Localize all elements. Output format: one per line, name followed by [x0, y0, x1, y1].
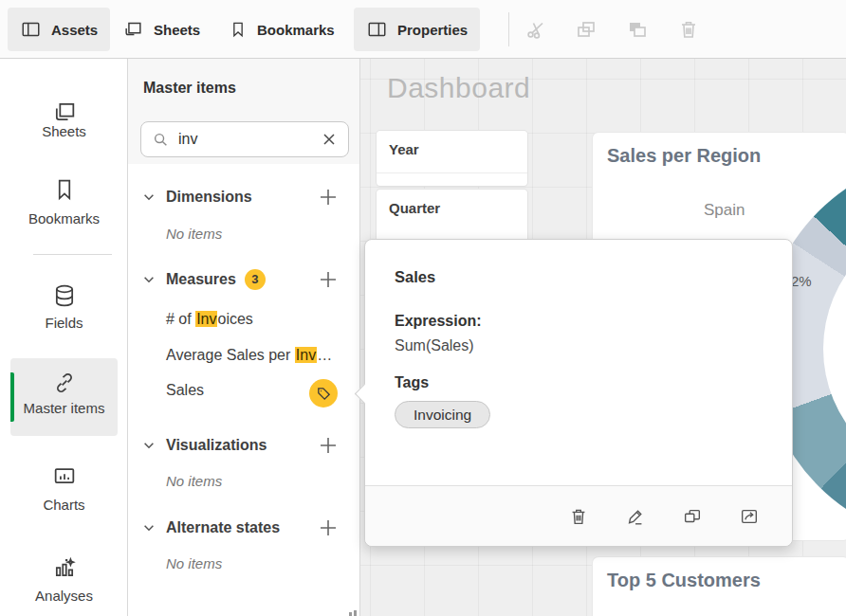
partially-visible-icon: [349, 610, 360, 616]
alternate-states-empty-text: No items: [166, 555, 222, 571]
section-alternate-states[interactable]: Alternate states: [142, 516, 339, 540]
measures-count-badge: 3: [245, 269, 266, 290]
section-label: Alternate states: [166, 519, 280, 536]
add-alternate-state-button[interactable]: [318, 517, 339, 538]
item-text: # of: [166, 311, 195, 327]
chevron-down-icon: [142, 190, 156, 204]
add-visualization-button[interactable]: [318, 435, 339, 456]
search-match-highlight: Inv: [295, 347, 317, 363]
sheet-icon: [51, 99, 78, 125]
search-input[interactable]: [178, 131, 312, 148]
item-text: oices: [217, 311, 252, 327]
measure-item-sales[interactable]: Sales: [166, 382, 204, 399]
filter-quarter[interactable]: Quarter: [377, 190, 527, 243]
bookmark-icon: [229, 19, 248, 40]
section-dimensions[interactable]: Dimensions: [142, 185, 339, 209]
measure-item[interactable]: Average Sales per Inv…: [166, 347, 332, 364]
filter-year[interactable]: Year: [377, 131, 527, 186]
copy-icon[interactable]: [575, 18, 598, 41]
chart-title: Top 5 Customers: [607, 570, 761, 591]
sidebar-item-label: Bookmarks: [0, 210, 128, 226]
add-measure-button[interactable]: [318, 269, 339, 290]
tab-label: Assets: [51, 22, 98, 38]
link-icon: [51, 370, 78, 396]
tab-label: Bookmarks: [257, 22, 335, 38]
measure-details-popup: Sales Expression: Sum(Sales) Tags Invoic…: [364, 239, 793, 547]
chevron-down-icon: [142, 439, 156, 452]
master-items-panel: Master items Dimensions No items: [128, 59, 360, 616]
app-window: Assets Sheets Bookmarks Properties: [0, 0, 846, 616]
dimensions-empty-text: No items: [166, 226, 222, 242]
sidebar-item-master-items[interactable]: Master items: [10, 358, 118, 436]
donut-segment-label: Spain: [704, 201, 745, 220]
sidebar-item-label: Charts: [0, 497, 128, 513]
tag-chip: Invoicing: [395, 401, 490, 428]
search-match-highlight: Inv: [195, 311, 217, 327]
top-5-customers-chart[interactable]: Top 5 Customers: [593, 557, 846, 616]
delete-icon[interactable]: [568, 506, 589, 527]
expression-value: Sum(Sales): [395, 337, 474, 354]
tab-label: Sheets: [154, 22, 200, 38]
preview-icon[interactable]: [739, 506, 760, 527]
cut-icon[interactable]: [524, 18, 547, 41]
tag-icon[interactable]: [309, 379, 338, 408]
item-text: Average Sales per: [166, 347, 295, 363]
donut-value-label: 2%: [791, 273, 812, 289]
popup-title: Sales: [395, 268, 435, 286]
sidebar-divider: [33, 254, 112, 255]
edit-icon[interactable]: [625, 506, 646, 527]
panel-title: Master items: [143, 80, 236, 97]
tab-assets[interactable]: Assets: [8, 8, 110, 51]
toolbar-divider: [508, 12, 509, 46]
analyses-icon: [51, 554, 78, 581]
top-toolbar: Assets Sheets Bookmarks Properties: [0, 0, 846, 59]
left-sidebar: Sheets Bookmarks Fields Master items: [0, 59, 128, 616]
section-measures[interactable]: Measures 3: [142, 267, 339, 292]
panel-left-icon: [20, 19, 42, 40]
filter-divider: [377, 172, 527, 173]
filter-label: Quarter: [389, 200, 440, 216]
duplicate-icon[interactable]: [682, 506, 703, 527]
sidebar-item-label: Master items: [10, 400, 118, 416]
tab-properties[interactable]: Properties: [354, 8, 480, 51]
section-label: Visualizations: [166, 437, 267, 454]
chevron-down-icon: [142, 273, 156, 286]
paste-icon[interactable]: [626, 18, 649, 41]
bookmark-icon: [51, 176, 78, 203]
sidebar-item-label: Analyses: [0, 588, 128, 604]
delete-icon[interactable]: [677, 18, 700, 41]
search-icon: [153, 132, 169, 148]
chart-box-icon: [51, 462, 78, 489]
tab-sheets[interactable]: Sheets: [110, 8, 212, 51]
database-icon: [51, 282, 78, 309]
tags-label: Tags: [395, 374, 429, 391]
sidebar-item-label: Fields: [0, 315, 128, 331]
expression-label: Expression:: [395, 313, 482, 330]
tab-label: Properties: [397, 22, 468, 38]
section-label: Measures: [166, 271, 236, 288]
add-dimension-button[interactable]: [318, 187, 339, 208]
visualizations-empty-text: No items: [166, 473, 222, 489]
chevron-down-icon: [142, 521, 156, 534]
item-text: …: [317, 347, 332, 363]
popup-footer: [365, 485, 792, 546]
panel-right-icon: [366, 19, 388, 40]
section-label: Dimensions: [166, 189, 252, 206]
sidebar-item-label: Sheets: [0, 123, 128, 139]
clear-search-icon[interactable]: [322, 132, 337, 147]
filter-label: Year: [389, 141, 419, 157]
measure-item[interactable]: # of Invoices: [166, 311, 253, 328]
tab-bookmarks[interactable]: Bookmarks: [216, 8, 347, 51]
chart-title: Sales per Region: [607, 145, 761, 167]
section-visualizations[interactable]: Visualizations: [142, 433, 339, 458]
sheet-icon: [122, 19, 144, 40]
item-text: Sales: [166, 382, 204, 398]
sheet-title: Dashboard: [387, 72, 530, 104]
search-box: [140, 121, 349, 157]
